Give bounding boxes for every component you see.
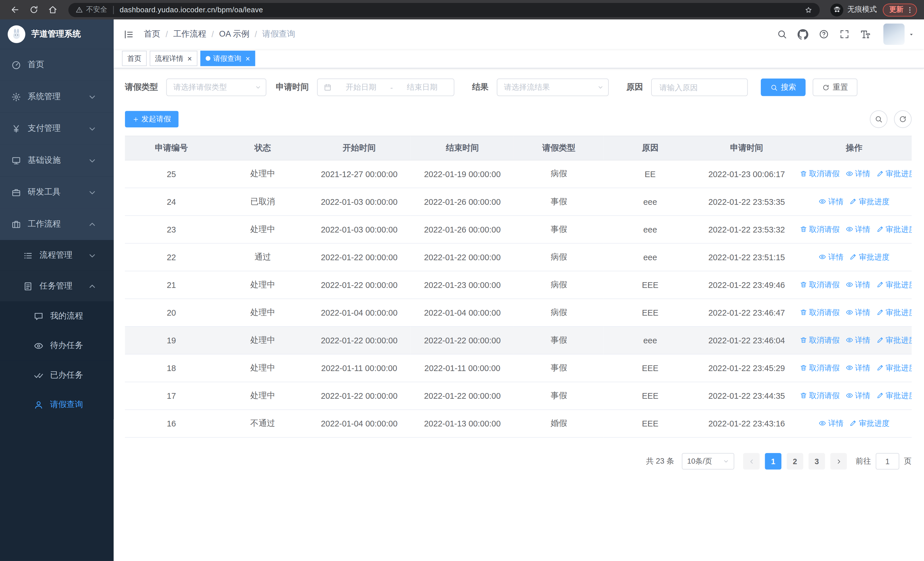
sidebar-item-home[interactable]: 首页 — [0, 49, 114, 81]
column-header: 开始时间 — [308, 136, 411, 160]
cancel-leave-link[interactable]: 取消请假 — [800, 335, 840, 345]
cell-end-time: 2022-01-22 00:00:00 — [411, 326, 514, 354]
fullscreen-icon[interactable] — [839, 29, 850, 39]
sidebar-item-system[interactable]: 系统管理 — [0, 81, 114, 113]
search-button[interactable]: 搜索 — [761, 78, 806, 96]
home-icon — [47, 5, 57, 15]
breadcrumb-item[interactable]: 工作流程 — [173, 29, 206, 39]
result-select[interactable]: 请选择流结果 — [497, 78, 609, 96]
sidebar-item-infra[interactable]: 基础设施 — [0, 144, 114, 176]
detail-link[interactable]: 详情 — [846, 363, 870, 373]
page-button-2[interactable]: 2 — [787, 453, 803, 469]
cell-end-time: 2022-01-26 00:00:00 — [411, 188, 514, 216]
apply-time-range[interactable]: 开始日期 - 结束日期 — [317, 78, 454, 96]
edit-icon — [876, 226, 884, 233]
sidebar-item-my-process[interactable]: 我的流程 — [0, 301, 114, 331]
back-button[interactable] — [7, 2, 22, 17]
github-icon[interactable] — [797, 29, 808, 40]
tab-home[interactable]: 首页 — [122, 51, 147, 66]
sidebar-item-leave-query[interactable]: 请假查询 — [0, 390, 114, 419]
breadcrumb-item[interactable]: OA 示例 — [219, 29, 249, 39]
user-menu[interactable] — [884, 24, 915, 45]
detail-link[interactable]: 详情 — [846, 335, 870, 345]
cancel-leave-link[interactable]: 取消请假 — [800, 279, 840, 290]
approval-progress-link[interactable]: 审批进度 — [876, 391, 912, 401]
cell-actions: 取消请假详情审批进度 — [797, 354, 912, 382]
reload-icon — [28, 5, 39, 15]
cell-apply-time: 2022-01-22 23:46:04 — [697, 326, 796, 354]
sidebar-item-devtools[interactable]: 研发工具 — [0, 176, 114, 208]
app-title: 芋道管理系统 — [31, 29, 81, 39]
update-label: 更新 — [889, 5, 903, 15]
tabs-bar: 首页流程详情×请假查询× — [114, 49, 924, 68]
detail-link[interactable]: 详情 — [819, 418, 843, 429]
url-bar[interactable]: 不安全 dashboard.yudao.iocoder.cn/bpm/oa/le… — [69, 3, 820, 17]
reload-button[interactable] — [26, 2, 41, 17]
update-button[interactable]: 更新 — [883, 3, 917, 16]
cell-end-time: 2022-01-23 00:00:00 — [411, 271, 514, 299]
sidebar: 芋道管理系统 首页系统管理支付管理基础设施研发工具工作流程流程管理任务管理我的流… — [0, 20, 114, 561]
breadcrumb-item[interactable]: 首页 — [144, 29, 160, 39]
prev-page-button[interactable] — [743, 453, 760, 469]
approval-progress-link[interactable]: 审批进度 — [876, 168, 912, 179]
refresh-table-button[interactable] — [894, 110, 912, 128]
font-size-icon[interactable] — [860, 29, 871, 40]
detail-link[interactable]: 详情 — [846, 307, 870, 317]
column-header: 申请编号 — [125, 136, 218, 160]
approval-progress-link[interactable]: 审批进度 — [849, 252, 890, 262]
goto-page-input[interactable] — [876, 453, 900, 469]
reset-button[interactable]: 重置 — [813, 78, 858, 96]
sidebar-item-done-tasks[interactable]: 已办任务 — [0, 361, 114, 390]
detail-link[interactable]: 详情 — [846, 279, 870, 290]
approval-progress-link[interactable]: 审批进度 — [849, 418, 890, 429]
page-button-3[interactable]: 3 — [808, 453, 825, 469]
page-button-1[interactable]: 1 — [765, 453, 782, 469]
next-page-button[interactable] — [830, 453, 847, 469]
reason-input[interactable] — [658, 82, 741, 92]
cancel-leave-link[interactable]: 取消请假 — [800, 307, 840, 317]
detail-link[interactable]: 详情 — [846, 391, 870, 401]
approval-progress-link[interactable]: 审批进度 — [849, 196, 890, 207]
page-size-select[interactable]: 10条/页 — [682, 453, 734, 469]
tab-leave-query[interactable]: 请假查询× — [200, 51, 255, 66]
avatar[interactable] — [884, 24, 904, 45]
detail-link[interactable]: 详情 — [846, 224, 870, 235]
approval-progress-link[interactable]: 审批进度 — [876, 307, 912, 317]
close-tab-icon[interactable]: × — [245, 54, 250, 62]
create-leave-button[interactable]: 发起请假 — [125, 111, 178, 127]
detail-link[interactable]: 详情 — [819, 252, 843, 262]
done-icon — [34, 370, 44, 380]
sidebar-item-payment[interactable]: 支付管理 — [0, 113, 114, 144]
toggle-search-button[interactable] — [870, 110, 888, 128]
sidebar-item-workflow[interactable]: 工作流程 — [0, 208, 114, 240]
tab-process-detail[interactable]: 流程详情× — [150, 51, 197, 66]
approval-progress-link[interactable]: 审批进度 — [876, 363, 912, 373]
cell-leave-type: 事假 — [514, 326, 604, 354]
detail-link[interactable]: 详情 — [819, 196, 843, 207]
plus-icon — [133, 116, 139, 123]
browser-menu-dots-icon[interactable] — [906, 6, 914, 14]
cancel-leave-link[interactable]: 取消请假 — [800, 224, 840, 235]
bookmark-star-icon[interactable] — [804, 6, 813, 14]
cancel-leave-link[interactable]: 取消请假 — [800, 168, 840, 179]
header-search-icon[interactable] — [777, 29, 787, 39]
close-tab-icon[interactable]: × — [188, 54, 192, 62]
detail-link[interactable]: 详情 — [846, 168, 870, 179]
approval-progress-link[interactable]: 审批进度 — [876, 224, 912, 235]
sidebar-item-process-mgmt[interactable]: 流程管理 — [0, 240, 114, 271]
edit-icon — [849, 420, 857, 427]
home-button[interactable] — [45, 2, 60, 17]
cancel-leave-link[interactable]: 取消请假 — [800, 391, 840, 401]
cancel-leave-link[interactable]: 取消请假 — [800, 363, 840, 373]
sidebar-item-todo-tasks[interactable]: 待办任务 — [0, 331, 114, 361]
help-icon[interactable] — [818, 29, 829, 39]
app-logo-row[interactable]: 芋道管理系统 — [0, 20, 114, 49]
leave-type-select[interactable]: 请选择请假类型 — [166, 78, 266, 96]
cell-leave-type: 事假 — [514, 354, 604, 382]
breadcrumb: 首页/工作流程/OA 示例/请假查询 — [144, 29, 296, 39]
security-chip[interactable]: 不安全 — [75, 5, 107, 15]
approval-progress-link[interactable]: 审批进度 — [876, 279, 912, 290]
sidebar-item-task-mgmt[interactable]: 任务管理 — [0, 271, 114, 301]
approval-progress-link[interactable]: 审批进度 — [876, 335, 912, 345]
sidebar-collapse-icon[interactable] — [123, 29, 134, 40]
